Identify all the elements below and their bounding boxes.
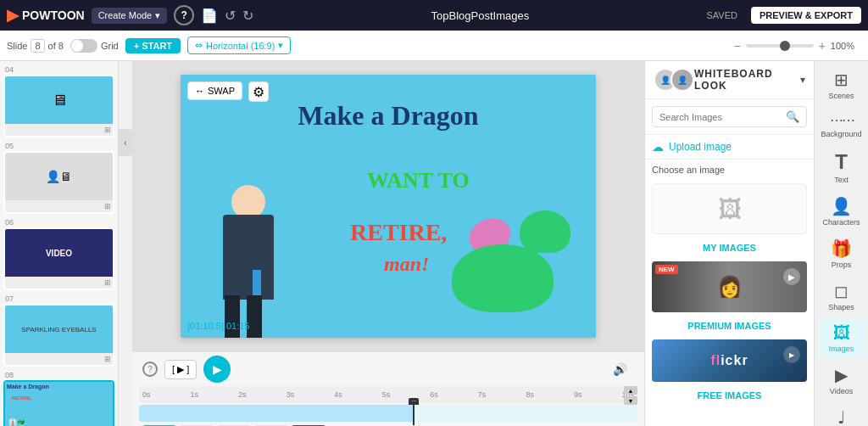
toolbar-item-props[interactable]: 🎁 Props [818,233,865,274]
dragon-head [520,210,570,253]
play-icon: ▶ [213,362,222,376]
dragon-body [452,244,554,312]
saved-status: SAVED [706,10,737,20]
zoom-slider[interactable] [746,44,814,48]
premium-banner[interactable]: NEW 👩 ▶ [652,261,807,312]
mark-7s: 7s [478,390,487,399]
timeline-marks: 0s 1s 2s 3s 4s 5s 6s 7s 8s 9s 10s [142,390,634,399]
toolbar-item-videos[interactable]: ▶ Videos [818,360,865,401]
mark-5s: 5s [382,390,391,399]
mark-3s: 3s [287,390,295,399]
scroll-down-button[interactable]: ▼ [624,396,637,405]
premium-play-button[interactable]: ▶ [783,268,800,285]
document-icon[interactable]: 📄 [201,8,218,24]
timeline-help-button[interactable]: ? [142,362,158,377]
zoom-thumb [780,41,790,51]
start-button[interactable]: + START [125,38,181,53]
slide-thumb-08[interactable]: Make a Dragon RETIRE, 👔🐲 ⊞ [3,380,114,426]
search-input[interactable] [659,112,786,122]
toggle-knob [71,40,83,52]
upload-image-button[interactable]: ☁ Upload image [645,135,814,160]
slide-thumb-07[interactable]: SPARKLING EYEBALLS ⊞ [3,304,114,367]
timeline-cursor: ··· [413,401,415,425]
text-label: Text [834,176,849,184]
main-canvas[interactable]: ↔ SWAP ⚙ Make a Dragon WANT TO RETIRE, m… [181,75,596,338]
right-panel: 👤 👤 WHITEBOARD LOOK ▾ 🔍 ☁ Upload image C… [644,61,814,426]
search-box: 🔍 [652,106,807,127]
slide-preview-07: SPARKLING EYEBALLS [5,305,113,353]
characters-icon: 👤 [831,196,852,216]
logo-icon: ▶ [7,6,19,25]
preview-export-button[interactable]: PREVIEW & EXPORT [751,7,861,24]
grid-toggle[interactable]: Grid [70,39,119,53]
slide-group-05: 05 👤🖥 ⊞ [3,141,114,214]
time-current: [01:10.5] [187,321,224,331]
slide-thumb-04[interactable]: 🖥 ⊞ [3,75,114,137]
slide-add-icon-06[interactable]: ⊞ [104,278,111,287]
avatar-group: 👤 👤 [654,68,694,92]
topbar: ▶ POWTOON Create Mode ▾ ? 📄 ↺ ↻ TopBlogP… [0,0,868,31]
canvas-settings-button[interactable]: ⚙ [248,81,269,102]
undo-icon[interactable]: ↺ [225,8,236,24]
shapes-label: Shapes [828,303,854,311]
slide-thumb-05[interactable]: 👤🖥 ⊞ [3,151,114,214]
slide-label-07: 07 [3,294,114,304]
zoom-minus[interactable]: − [733,39,740,53]
preview-play-button[interactable]: [ ▶ ] [164,360,197,379]
canvas-man-text: man! [384,253,429,276]
toolbar-item-text[interactable]: T Text [818,145,865,189]
swap-button[interactable]: ↔ SWAP [187,81,242,100]
flickr-banner[interactable]: flickr ▶ [652,339,807,382]
scroll-up-button[interactable]: ▲ [624,386,637,395]
slide-group-07: 07 SPARKLING EYEBALLS ⊞ [3,294,114,367]
upload-label: Upload image [669,141,732,153]
toolbar-item-images[interactable]: 🖼 Images [818,318,865,358]
toolbar-item-shapes[interactable]: ◻ Shapes [818,276,865,317]
premium-images-button[interactable]: PREMIUM IMAGES [645,316,814,336]
image-placeholder: 🖼 [652,183,807,234]
slide-group-08: 08 Make a Dragon RETIRE, 👔🐲 ⊞ [3,370,114,426]
grid-switch[interactable] [70,39,97,53]
background-icon: ⋯⋯ [830,112,854,128]
slide-add-icon-05[interactable]: ⊞ [104,202,111,210]
scenes-label: Scenes [828,92,854,100]
character-legs [225,295,262,338]
toolbar-item-sound[interactable]: ♩ Sound [818,402,865,426]
avatar-2: 👤 [670,68,694,92]
character-body [223,215,274,300]
flickr-play-button[interactable]: ▶ [783,346,800,363]
timeline-ruler: 0s 1s 2s 3s 4s 5s 6s 7s 8s 9s 10s [139,386,637,403]
help-button[interactable]: ? [174,5,194,25]
slide-info: Slide 8 of 8 [7,39,64,53]
character-head [231,185,265,219]
sound-icon: ♩ [837,407,845,426]
slide-add-icon[interactable]: ⊞ [104,126,111,134]
timeline-progress [139,405,413,422]
whiteboard-dropdown-arrow[interactable]: ▾ [800,74,805,86]
canvas-title: Make a Dragon [181,100,596,132]
mark-2s: 2s [238,390,247,399]
volume-icon[interactable]: 🔊 [613,362,627,376]
dragon-character [435,202,570,329]
zoom-plus[interactable]: + [819,39,826,53]
create-mode-button[interactable]: Create Mode ▾ [92,8,168,24]
search-icon[interactable]: 🔍 [786,110,799,123]
image-placeholder-icon: 🖼 [718,195,742,223]
toolbar-item-background[interactable]: ⋯⋯ Background [818,107,865,143]
free-images-button[interactable]: FREE IMAGES [645,385,814,406]
images-label: Images [829,345,854,353]
slide-add-icon-07[interactable]: ⊞ [104,355,111,363]
my-images-button[interactable]: MY IMAGES [645,238,814,258]
collapse-panel-button[interactable]: ‹ [119,129,132,156]
slide-number[interactable]: 8 [31,39,44,53]
right-header: 👤 👤 WHITEBOARD LOOK ▾ [645,61,814,99]
secondbar: Slide 8 of 8 Grid + START ⇔ Horizontal (… [0,31,868,61]
timeline-bar[interactable]: ··· [139,405,637,422]
orientation-button[interactable]: ⇔ Horizontal (16:9) ▾ [187,36,291,54]
far-right-toolbar: ⊞ Scenes ⋯⋯ Background T Text 👤 Characte… [814,61,868,426]
play-button[interactable]: ▶ [203,356,231,383]
toolbar-item-scenes[interactable]: ⊞ Scenes [818,64,865,105]
slide-thumb-06[interactable]: VIDEO ⊞ [3,227,114,290]
toolbar-item-characters[interactable]: 👤 Characters [818,191,865,232]
redo-icon[interactable]: ↻ [242,8,253,24]
